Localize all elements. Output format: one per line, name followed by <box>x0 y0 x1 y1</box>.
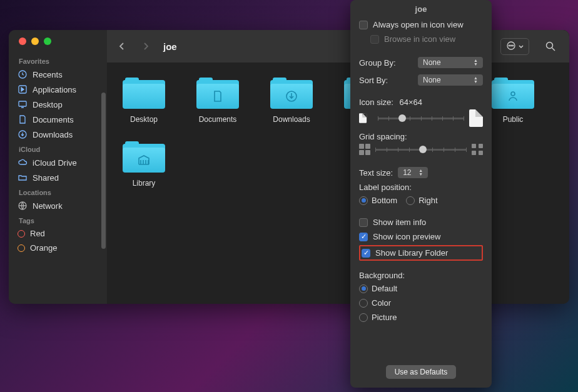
icon-size-slider[interactable] <box>378 118 464 119</box>
browse-checkbox-row: Browse in icon view <box>370 33 483 45</box>
minimize-button[interactable] <box>31 38 39 45</box>
label-bottom-radio[interactable]: Bottom <box>359 194 397 206</box>
applications-icon <box>18 84 28 94</box>
folder-icon <box>123 141 165 175</box>
show-library-folder-checkbox[interactable]: Show Library Folder <box>362 247 480 259</box>
popup-value: 12 <box>403 168 411 177</box>
sidebar-item-label: Recents <box>33 70 63 79</box>
view-options-panel: joe Always open in icon view Browse in i… <box>350 0 492 388</box>
radio-label: Default <box>372 284 397 293</box>
sidebar-item-desktop[interactable]: Desktop <box>9 97 107 112</box>
checkbox-icon <box>359 218 368 227</box>
sidebar-item-documents[interactable]: Documents <box>9 112 107 127</box>
sidebar-item-network[interactable]: Network <box>9 198 107 213</box>
cloud-icon <box>18 158 28 168</box>
tag-orange-icon <box>18 244 25 252</box>
checkbox-icon <box>370 35 379 44</box>
forward-button[interactable] <box>137 39 155 53</box>
traffic-lights <box>9 38 107 54</box>
checkbox-label: Browse in icon view <box>384 34 455 44</box>
radio-icon <box>359 299 368 308</box>
bg-picture-radio[interactable]: Picture <box>359 311 483 323</box>
close-button[interactable] <box>19 38 26 45</box>
tight-grid-icon <box>359 144 370 155</box>
button-label: Use as Defaults <box>395 368 448 376</box>
sidebar-section-icloud: iCloud <box>9 142 107 155</box>
checkbox-label: Show item info <box>373 218 426 227</box>
svg-rect-2 <box>19 101 26 106</box>
ellipsis-icon <box>506 41 516 53</box>
search-button[interactable] <box>540 39 560 54</box>
sidebar-section-favorites: Favorites <box>9 54 107 67</box>
radio-icon <box>359 313 368 322</box>
sort-by-popup[interactable]: None ▲▼ <box>418 74 483 86</box>
folder-desktop[interactable]: Desktop <box>118 78 170 124</box>
label-right-radio[interactable]: Right <box>406 194 437 206</box>
shared-folder-icon <box>18 173 28 183</box>
folder-icon <box>492 78 534 111</box>
folder-documents[interactable]: Documents <box>192 78 243 124</box>
sidebar-item-icloud-drive[interactable]: iCloud Drive <box>9 155 107 170</box>
folder-icon <box>196 78 239 111</box>
folder-label: Downloads <box>273 115 310 124</box>
radio-label: Color <box>372 298 391 308</box>
radio-label: Right <box>418 196 437 205</box>
sidebar-item-label: Orange <box>30 243 57 253</box>
icon-size-value: 64×64 <box>400 98 423 107</box>
sidebar-item-tag-red[interactable]: Red <box>9 226 107 241</box>
use-as-defaults-button[interactable]: Use as Defaults <box>386 365 457 379</box>
folder-label: Documents <box>199 115 237 124</box>
sidebar-item-label: Applications <box>33 85 76 94</box>
sidebar-item-label: Downloads <box>33 130 73 139</box>
sidebar-item-label: Documents <box>33 115 74 124</box>
show-icon-preview-checkbox[interactable]: Show icon preview <box>359 231 483 243</box>
more-button[interactable] <box>500 38 529 55</box>
sort-by-row: Sort By: None ▲▼ <box>359 73 483 88</box>
radio-icon <box>359 196 368 205</box>
folder-public[interactable]: Public <box>487 78 539 124</box>
chevron-down-icon <box>519 42 524 51</box>
icon-size-row: Icon size: 64×64 <box>359 98 483 107</box>
tag-red-icon <box>18 230 25 238</box>
always-open-checkbox-row[interactable]: Always open in icon view <box>359 19 483 31</box>
maximize-button[interactable] <box>44 38 51 45</box>
show-item-info-checkbox[interactable]: Show item info <box>359 216 483 228</box>
updown-icon: ▲▼ <box>474 76 478 84</box>
bg-default-radio[interactable]: Default <box>359 283 483 294</box>
sidebar-item-label: iCloud Drive <box>33 158 77 168</box>
background-label: Background: <box>359 271 483 280</box>
sidebar-item-tag-orange[interactable]: Orange <box>9 241 107 255</box>
radio-label: Bottom <box>372 196 397 205</box>
sidebar-item-shared[interactable]: Shared <box>9 170 107 185</box>
checkbox-icon <box>359 233 368 241</box>
sidebar-scrollbar[interactable] <box>101 93 106 249</box>
svg-point-14 <box>511 92 515 96</box>
sidebar-item-recents[interactable]: Recents <box>9 67 107 82</box>
svg-point-6 <box>509 45 510 46</box>
grid-spacing-slider[interactable] <box>375 149 467 151</box>
folder-library[interactable]: Library <box>118 141 170 188</box>
documents-icon <box>18 114 28 124</box>
large-doc-icon <box>469 109 483 127</box>
text-size-row: Text size: 12 ▲▼ <box>359 165 483 180</box>
sidebar-item-downloads[interactable]: Downloads <box>9 127 107 142</box>
sidebar-item-label: Desktop <box>33 100 63 109</box>
sort-by-label: Sort By: <box>359 76 388 85</box>
group-by-row: Group By: None ▲▼ <box>359 55 483 70</box>
radio-label: Picture <box>372 313 397 322</box>
radio-icon <box>406 196 415 205</box>
sidebar-item-label: Red <box>30 229 45 238</box>
group-by-popup[interactable]: None ▲▼ <box>418 57 483 68</box>
panel-title: joe <box>350 0 492 19</box>
clock-icon <box>18 69 28 79</box>
bg-color-radio[interactable]: Color <box>359 297 483 309</box>
popup-value: None <box>423 58 441 67</box>
folder-icon <box>270 78 313 111</box>
back-button[interactable] <box>113 39 131 53</box>
grid-spacing-slider-row <box>359 144 483 155</box>
sidebar-item-label: Shared <box>33 173 59 183</box>
updown-icon: ▲▼ <box>418 169 423 176</box>
folder-downloads[interactable]: Downloads <box>266 78 317 124</box>
text-size-popup[interactable]: 12 ▲▼ <box>398 167 428 178</box>
sidebar-item-applications[interactable]: Applications <box>9 82 107 97</box>
